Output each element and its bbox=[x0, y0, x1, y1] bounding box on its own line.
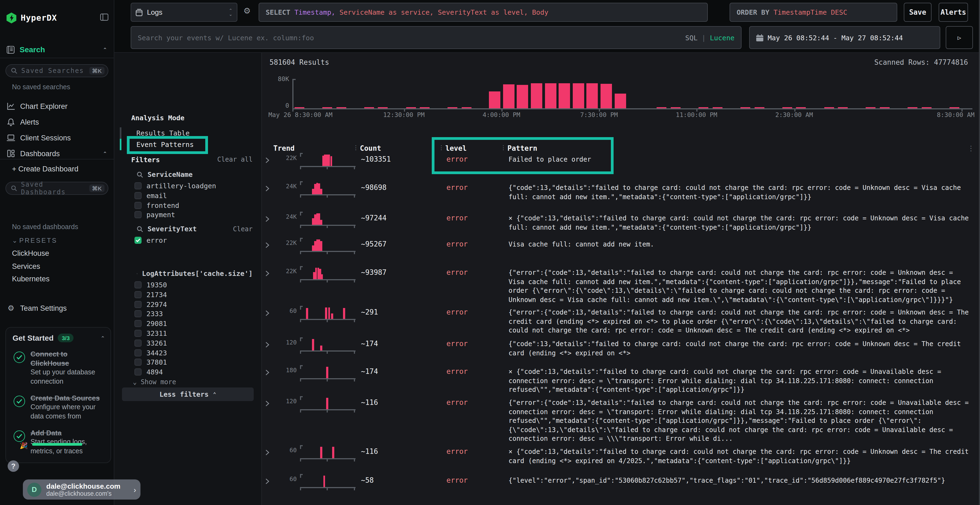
sidebar-item-preset-clickhouse[interactable]: ClickHouse bbox=[12, 249, 49, 257]
histogram-bar[interactable] bbox=[558, 83, 570, 108]
pattern-text[interactable]: Failed to place order bbox=[509, 155, 971, 164]
sql-mode-toggle[interactable]: SQL bbox=[685, 33, 697, 41]
help-button[interactable]: ? bbox=[8, 461, 19, 472]
expand-row-chevron-icon[interactable] bbox=[265, 340, 269, 350]
create-dashboard-button[interactable]: + Create Dashboard bbox=[12, 165, 78, 173]
clear-filter-button[interactable]: Clear bbox=[233, 225, 253, 233]
filter-checkbox-row[interactable]: frontend bbox=[134, 200, 179, 210]
source-settings-gear-icon[interactable]: ⚙ bbox=[243, 6, 251, 16]
presets-toggle[interactable]: ⌄ PRESETS bbox=[12, 237, 57, 245]
saved-searches-input[interactable]: Saved Searches ⌘K bbox=[5, 64, 108, 77]
events-histogram[interactable]: 80K0May 26 8:30:00 AM12:30:00 PM4:00:00 … bbox=[262, 53, 980, 121]
scrollbar[interactable] bbox=[979, 0, 980, 505]
pattern-text[interactable]: × {"code":13,"details":"failed to charge… bbox=[509, 214, 971, 232]
column-header-trend[interactable]: Trend bbox=[273, 144, 294, 152]
source-select[interactable]: Logs ⌃⌄ bbox=[130, 3, 237, 22]
filter-checkbox-row[interactable]: 21734 bbox=[134, 290, 167, 299]
checkbox-unchecked[interactable] bbox=[134, 320, 142, 327]
histogram-bar[interactable] bbox=[531, 84, 542, 108]
expand-row-chevron-icon[interactable] bbox=[265, 477, 269, 486]
filter-checkbox-row[interactable]: artillery-loadgen bbox=[134, 181, 216, 191]
clear-all-button[interactable]: Clear all bbox=[217, 156, 253, 163]
column-header-count[interactable]: Count bbox=[360, 144, 381, 152]
pattern-text[interactable]: {"error":{"code":13,"details":"failed to… bbox=[509, 308, 971, 335]
get-started-item[interactable]: Connect to ClickHouseSet up your databas… bbox=[13, 349, 105, 386]
lucene-search-input[interactable]: Search your events w/ Lucene ex. column:… bbox=[130, 26, 741, 49]
checkbox-unchecked[interactable] bbox=[134, 192, 142, 199]
sidebar-item-search[interactable]: Search ⌃ bbox=[6, 44, 107, 54]
sidebar-item-dashboards[interactable]: Dashboards⌃ bbox=[6, 148, 107, 159]
checkbox-unchecked[interactable] bbox=[134, 202, 142, 209]
histogram-bar[interactable] bbox=[573, 84, 584, 108]
checkbox-unchecked[interactable] bbox=[134, 182, 142, 189]
histogram-bar[interactable] bbox=[614, 94, 626, 108]
sidebar-item-client-sessions[interactable]: Client Sessions bbox=[6, 132, 107, 143]
histogram-bar[interactable] bbox=[503, 84, 514, 108]
pattern-text[interactable]: {"error":{"code":13,"details":"failed to… bbox=[509, 399, 971, 443]
analysis-mode-results-table[interactable]: Results Table bbox=[120, 127, 247, 139]
chevron-up-icon[interactable]: ⌃ bbox=[103, 46, 107, 52]
checkbox-unchecked[interactable] bbox=[134, 211, 142, 219]
filter-checkbox-row[interactable]: email bbox=[134, 191, 167, 200]
table-menu-icon[interactable]: ⋮ bbox=[967, 144, 975, 152]
checkbox-unchecked[interactable] bbox=[134, 330, 142, 337]
analysis-mode-event-patterns[interactable]: Event Patterns bbox=[120, 139, 247, 150]
checkbox-unchecked[interactable] bbox=[134, 310, 142, 318]
histogram-bar[interactable] bbox=[517, 85, 528, 108]
sidebar-item-team-settings[interactable]: ⚙ Team Settings bbox=[6, 303, 107, 313]
checkbox-unchecked[interactable] bbox=[134, 368, 142, 375]
order-by-input[interactable]: ORDER BY TimestampTime DESC bbox=[730, 3, 897, 22]
expand-row-chevron-icon[interactable] bbox=[265, 214, 269, 224]
filter-checkbox-row[interactable]: 33261 bbox=[134, 338, 167, 348]
checkbox-unchecked[interactable] bbox=[134, 281, 142, 288]
save-button[interactable]: Save bbox=[904, 3, 932, 22]
sidebar-item-chart-explorer[interactable]: Chart Explorer bbox=[6, 101, 107, 111]
pattern-text[interactable]: × {"code":13,"details":"failed to charge… bbox=[509, 367, 971, 394]
filter-checkbox-row[interactable]: 22974 bbox=[134, 300, 167, 309]
checkbox-checked[interactable] bbox=[134, 237, 142, 244]
expand-row-chevron-icon[interactable] bbox=[265, 184, 269, 194]
column-header-level[interactable]: level bbox=[445, 144, 466, 152]
select-query-input[interactable]: SELECT Timestamp, ServiceName as service… bbox=[259, 3, 708, 22]
column-drag-handle[interactable]: ⋮ bbox=[438, 144, 444, 151]
filter-checkbox-row[interactable]: 19350 bbox=[134, 280, 167, 289]
sidebar-item-preset-services[interactable]: Services bbox=[12, 262, 40, 270]
expand-row-chevron-icon[interactable] bbox=[265, 308, 269, 318]
collapse-sidebar-icon[interactable] bbox=[100, 13, 108, 23]
pattern-text[interactable]: {"level":"error","span_id":"53060b827c62… bbox=[509, 476, 971, 485]
expand-row-chevron-icon[interactable] bbox=[265, 368, 269, 378]
sidebar-item-alerts[interactable]: Alerts bbox=[6, 116, 107, 127]
expand-row-chevron-icon[interactable] bbox=[265, 269, 269, 279]
filter-checkbox-row[interactable]: payment bbox=[134, 210, 175, 219]
checkbox-unchecked[interactable] bbox=[134, 301, 142, 308]
histogram-bar[interactable] bbox=[489, 92, 500, 108]
filter-checkbox-row[interactable]: 2333 bbox=[134, 310, 163, 319]
filter-checkbox-row[interactable]: error bbox=[134, 236, 167, 245]
filter-checkbox-row[interactable]: 34423 bbox=[134, 348, 167, 357]
show-more-button[interactable]: ⌄ Show more bbox=[133, 378, 176, 386]
pattern-text[interactable]: Visa cache full: cannot add new item. bbox=[509, 240, 971, 249]
filter-checkbox-row[interactable]: 37801 bbox=[134, 358, 167, 367]
get-started-item[interactable]: Create Data SourcesConfigure where your … bbox=[13, 394, 105, 421]
expand-row-chevron-icon[interactable] bbox=[265, 241, 269, 250]
column-drag-handle[interactable]: ⋮ bbox=[500, 144, 506, 151]
alerts-button[interactable]: Alerts bbox=[939, 3, 968, 22]
checkbox-unchecked[interactable] bbox=[134, 291, 142, 298]
lucene-mode-toggle[interactable]: Lucene bbox=[710, 33, 735, 41]
sidebar-item-preset-kubernetes[interactable]: Kubernetes bbox=[12, 275, 49, 283]
less-filters-button[interactable]: Less filters ⌃ bbox=[122, 387, 254, 401]
filter-checkbox-row[interactable]: 32311 bbox=[134, 329, 167, 338]
expand-row-chevron-icon[interactable] bbox=[265, 156, 269, 165]
pattern-text[interactable]: {"code":13,"details":"failed to charge c… bbox=[509, 183, 971, 201]
run-query-button[interactable]: ▷ bbox=[946, 26, 973, 49]
checkbox-unchecked[interactable] bbox=[134, 359, 142, 366]
histogram-bar[interactable] bbox=[587, 83, 598, 108]
filter-checkbox-row[interactable]: 29081 bbox=[134, 319, 167, 328]
checkbox-unchecked[interactable] bbox=[134, 340, 142, 347]
column-header-pattern[interactable]: Pattern bbox=[508, 144, 538, 152]
pattern-text[interactable]: {"code":13,"details":"failed to charge c… bbox=[509, 340, 971, 357]
column-drag-handle[interactable]: ⋮ bbox=[353, 144, 359, 151]
expand-row-chevron-icon[interactable] bbox=[265, 448, 269, 458]
histogram-bar[interactable] bbox=[545, 84, 556, 108]
pattern-text[interactable]: × {"code":13,"details":"failed to charge… bbox=[509, 447, 971, 465]
